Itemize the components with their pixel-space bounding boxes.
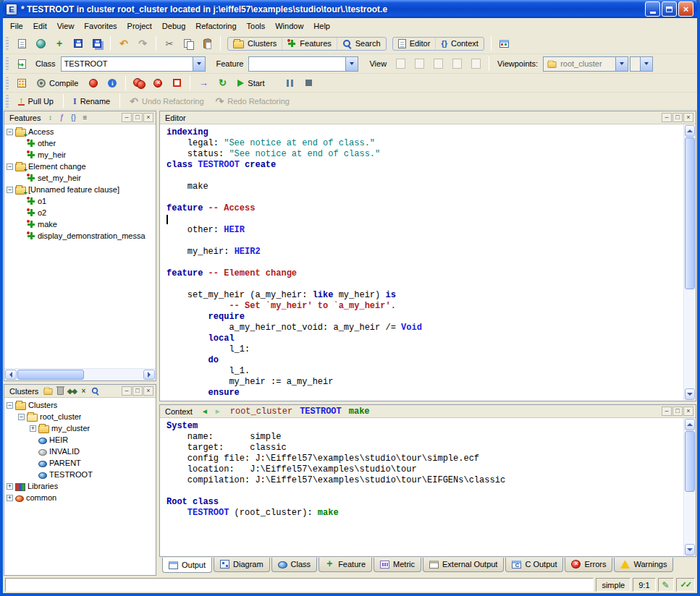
start-button[interactable]: Start — [232, 77, 269, 89]
features-tool-button[interactable]: Features — [282, 38, 337, 50]
collapse-icon[interactable]: − — [7, 129, 13, 135]
editor-code-area[interactable]: indexing legal: "See notice at end of cl… — [160, 124, 683, 401]
project-settings-button[interactable] — [13, 74, 30, 91]
undo-refactoring-button[interactable]: ↶ Undo Refactoring — [125, 95, 208, 107]
feature-dropdown[interactable] — [248, 56, 358, 72]
paste-button[interactable] — [198, 35, 216, 52]
features-minimize-button[interactable]: – — [122, 113, 132, 122]
context-minimize-button[interactable]: – — [662, 406, 672, 416]
cluster-item-testroot[interactable]: TESTROOT — [4, 469, 156, 480]
signature-icon[interactable]: ƒ — [56, 113, 67, 123]
cluster-item-heir[interactable]: HEIR — [4, 434, 156, 446]
editor-minimize-button[interactable]: – — [662, 113, 672, 122]
tab-diagram[interactable]: Diagram — [214, 558, 270, 572]
melt-button[interactable] — [85, 74, 102, 91]
features-maximize-button[interactable]: □ — [132, 113, 143, 122]
finalize-button[interactable] — [149, 74, 166, 91]
menu-view[interactable]: View — [52, 20, 80, 33]
tab-class[interactable]: Class — [271, 558, 318, 572]
save-all-button[interactable] — [88, 35, 106, 52]
menu-debug[interactable]: Debug — [157, 20, 190, 33]
context-crumb-class[interactable]: TESTROOT — [300, 406, 342, 417]
new-window-button[interactable] — [13, 56, 30, 72]
cluster-item-common[interactable]: +common — [4, 492, 156, 503]
menu-favorites[interactable]: Favorites — [79, 20, 122, 33]
tab-errors[interactable]: Errors — [565, 558, 612, 572]
freeze-button[interactable] — [130, 74, 148, 91]
feature-item-my-heir[interactable]: my_heir — [4, 149, 156, 161]
scroll-down-icon[interactable] — [685, 388, 695, 400]
menu-refactoring[interactable]: Refactoring — [190, 20, 241, 33]
viewpoints-dropdown-arrow-icon[interactable] — [615, 57, 628, 71]
compile-button[interactable]: Compile — [32, 77, 83, 89]
flat-contract-view-button[interactable] — [467, 56, 484, 72]
context-maximize-button[interactable]: □ — [672, 406, 683, 416]
editor-tool-button[interactable]: Editor — [393, 38, 437, 50]
pause-button[interactable] — [282, 74, 299, 91]
minimize-button[interactable] — [645, 1, 660, 17]
menu-tools[interactable]: Tools — [242, 20, 271, 33]
clusters-minimize-button[interactable]: – — [122, 386, 132, 396]
contract-view-button[interactable] — [448, 56, 465, 72]
alias-list-icon[interactable]: ≡ — [80, 113, 90, 123]
save-button[interactable] — [69, 35, 87, 52]
pull-up-button[interactable]: ↑ Pull Up — [13, 95, 59, 107]
context-close-button[interactable]: × — [683, 406, 693, 416]
history-back-icon[interactable]: ◄ — [201, 407, 208, 415]
clickable-view-button[interactable] — [410, 56, 428, 72]
feature-item-other[interactable]: other — [4, 137, 156, 149]
search-tool-button[interactable]: Search — [337, 38, 386, 50]
cut-button[interactable]: ✂ — [161, 35, 178, 52]
tab-warnings[interactable]: Warnings — [614, 558, 673, 572]
feature-item-unnamed-feature-clause[interactable]: −[Unnamed feature clause] — [4, 184, 156, 195]
scrollbar-thumb[interactable] — [685, 431, 695, 492]
context-vertical-scrollbar[interactable] — [683, 418, 696, 556]
new-cluster-icon[interactable] — [43, 386, 54, 396]
class-dropdown-arrow-icon[interactable] — [193, 57, 205, 71]
external-commands-button[interactable] — [496, 35, 513, 52]
context-crumb-cluster[interactable]: root_cluster — [230, 406, 292, 417]
cluster-item-invalid[interactable]: INVALID — [4, 446, 156, 457]
menu-window[interactable]: Window — [270, 20, 308, 33]
cluster-item-parent[interactable]: PARENT — [4, 457, 156, 469]
new-document-button[interactable] — [13, 35, 30, 52]
feature-item-o1[interactable]: o1 — [4, 195, 156, 207]
scroll-up-icon[interactable] — [685, 125, 695, 137]
sort-features-icon[interactable]: ↕ — [45, 113, 55, 123]
editor-vertical-scrollbar[interactable] — [683, 124, 696, 401]
step-button[interactable]: → — [195, 74, 212, 91]
feature-item-display-demonstration-messa[interactable]: display_demonstration_messa — [4, 230, 156, 242]
feature-item-set-my-heir[interactable]: set_my_heir — [4, 172, 156, 184]
menu-project[interactable]: Project — [122, 20, 157, 33]
discard-breakpoints-button[interactable] — [168, 74, 185, 91]
flat-view-button[interactable] — [429, 56, 447, 72]
feature-item-element-change[interactable]: −Element change — [4, 161, 156, 172]
copy-button[interactable] — [180, 35, 197, 52]
tab-output[interactable]: Output — [162, 558, 212, 573]
open-project-button[interactable] — [32, 35, 49, 52]
collapse-icon[interactable]: − — [18, 414, 25, 420]
clusters-close-button[interactable]: × — [143, 386, 153, 396]
undo-button[interactable]: ↶ — [115, 35, 132, 52]
scroll-down-icon[interactable] — [685, 544, 695, 555]
editor-maximize-button[interactable]: □ — [672, 113, 683, 122]
collapse-icon[interactable]: − — [7, 402, 13, 409]
redo-refactoring-button[interactable]: ↷ Redo Refactoring — [211, 95, 295, 107]
collapse-icon[interactable]: − — [7, 163, 13, 170]
cluster-item-clusters[interactable]: −Clusters — [4, 399, 156, 411]
rename-button[interactable]: I Rename — [68, 95, 115, 107]
properties-icon[interactable]: ◆◆ — [67, 386, 77, 396]
toolbar-grip[interactable] — [6, 37, 9, 50]
menu-edit[interactable]: Edit — [28, 20, 52, 33]
redo-button[interactable]: ↷ — [134, 35, 151, 52]
editor-close-button[interactable]: × — [683, 113, 693, 122]
scrollbar-thumb[interactable] — [685, 137, 695, 289]
feature-item-o2[interactable]: o2 — [4, 207, 156, 218]
feature-item-make[interactable]: make — [4, 218, 156, 230]
feature-dropdown-arrow-icon[interactable] — [345, 57, 358, 71]
cluster-item-root-cluster[interactable]: −root_cluster — [4, 411, 156, 422]
clusters-maximize-button[interactable]: □ — [132, 386, 143, 396]
close-button[interactable]: × — [678, 1, 693, 17]
tab-feature[interactable]: Feature — [319, 558, 372, 572]
scroll-right-icon[interactable] — [143, 370, 155, 380]
